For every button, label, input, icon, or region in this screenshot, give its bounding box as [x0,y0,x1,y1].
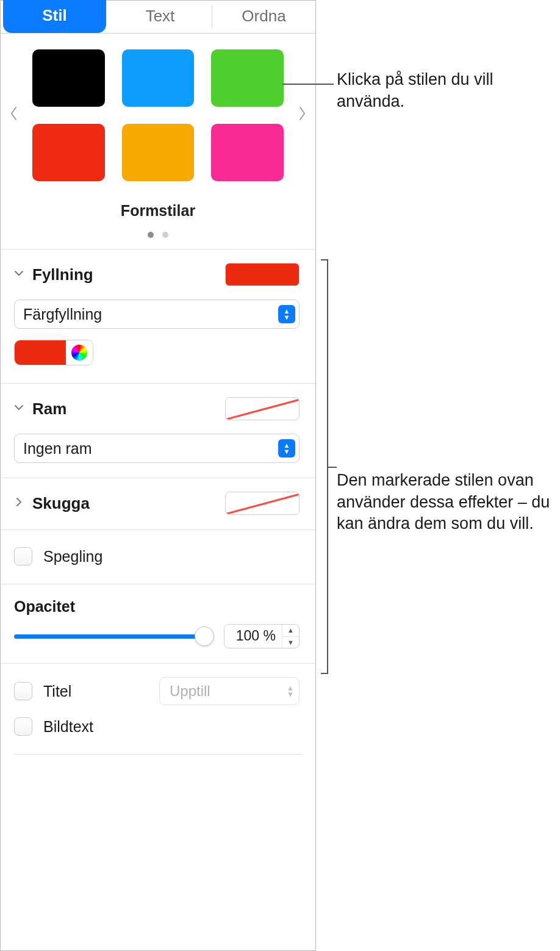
tab-style-label: Stil [42,6,66,24]
border-section: Ram Ingen ram ▲▼ [1,383,315,478]
shadow-preview-none[interactable] [225,492,300,515]
border-type-value: Ingen ram [23,440,92,458]
color-wheel-icon [71,345,87,361]
style-swatch-grid [21,45,295,186]
styles-page-indicator [7,224,309,242]
fill-section: Fyllning Färgfyllning ▲▼ [1,249,315,383]
caption-label: Bildtext [43,718,93,736]
opacity-section: Opacitet 100 % ▲ ▼ [1,584,315,663]
opacity-slider[interactable] [14,627,213,645]
fill-disclosure[interactable]: Fyllning [14,265,93,284]
fill-color-well[interactable] [15,340,66,365]
styles-next-page[interactable] [295,106,309,125]
shape-styles-label: Formstilar [7,202,309,220]
chevron-right-icon [14,497,25,510]
reflection-section: Spegling [1,529,315,584]
border-type-select[interactable]: Ingen ram ▲▼ [14,434,300,463]
opacity-label: Opacitet [14,598,300,615]
fill-type-select[interactable]: Färgfyllning ▲▼ [14,300,300,329]
style-swatch-pink[interactable] [211,124,284,181]
styles-previous-page[interactable] [7,106,21,125]
title-checkbox[interactable] [14,682,32,700]
shadow-section: Skugga [1,478,315,529]
slider-track [14,634,213,639]
style-swatch-red[interactable] [32,124,105,181]
select-stepper-icon: ▲▼ [278,305,295,323]
fill-color-preview[interactable] [225,263,300,286]
opacity-value-field[interactable]: 100 % ▲ ▼ [224,624,300,648]
style-swatch-orange[interactable] [122,124,195,181]
style-swatch-blue[interactable] [122,49,195,107]
callout-effects: Den markerade stilen ovan använder dessa… [337,470,556,535]
border-preview-none[interactable] [225,397,300,420]
shape-styles-area: Formstilar [1,34,315,249]
style-swatch-green[interactable] [211,49,284,107]
fill-type-value: Färgfyllning [23,306,102,323]
chevron-down-icon [14,268,25,281]
caption-checkbox[interactable] [14,717,32,736]
shadow-disclosure[interactable]: Skugga [14,494,90,513]
page-dot-1[interactable] [148,232,154,238]
title-position-value: Upptill [170,683,210,700]
callout-pick-style: Klicka på stilen du vill använda. [337,69,556,112]
callout-bracket [321,259,328,674]
select-stepper-icon: ▲▼ [278,439,295,458]
fill-title: Fyllning [32,265,93,284]
inspector-tabs: Stil Text Ordna [1,1,315,34]
format-inspector-panel: Stil Text Ordna [0,0,316,951]
border-disclosure[interactable]: Ram [14,400,66,418]
callout-line-1 [282,84,334,85]
tab-text-label: Text [146,7,175,25]
opacity-step-down[interactable]: ▼ [282,637,299,648]
reflection-checkbox[interactable] [14,547,32,565]
page-dot-2[interactable] [162,232,168,238]
tab-style[interactable]: Stil [3,0,106,33]
shadow-title: Skugga [32,494,90,513]
tab-arrange-label: Ordna [242,7,285,25]
opacity-step-up[interactable]: ▲ [282,625,299,637]
style-swatch-black[interactable] [32,49,105,107]
border-title: Ram [32,400,66,418]
slider-thumb[interactable] [195,626,214,646]
fill-color-well-group [14,340,93,365]
opacity-stepper: ▲ ▼ [282,625,299,648]
opacity-value-text: 100 % [224,625,282,648]
color-picker-button[interactable] [66,340,93,365]
title-position-select[interactable]: Upptill ▲▼ [159,677,300,705]
title-caption-section: Titel Upptill ▲▼ Bildtext [1,663,315,754]
tab-text[interactable]: Text [109,1,212,33]
select-stepper-icon: ▲▼ [287,685,294,697]
chevron-down-icon [14,403,25,415]
reflection-label: Spegling [43,548,102,565]
title-label: Titel [43,683,71,700]
tab-arrange[interactable]: Ordna [212,1,315,33]
